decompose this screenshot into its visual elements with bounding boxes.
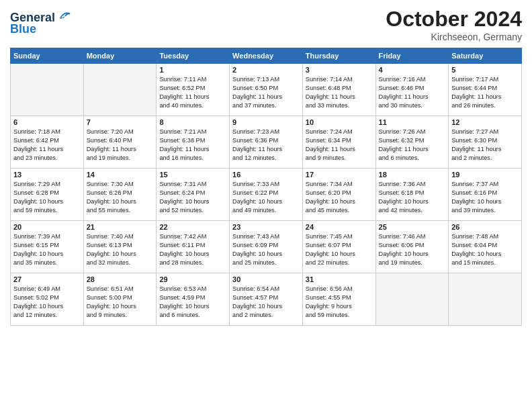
weekday-header-sunday: Sunday xyxy=(11,48,84,64)
calendar-cell: 22Sunrise: 7:42 AM Sunset: 6:11 PM Dayli… xyxy=(157,221,230,273)
day-number: 23 xyxy=(232,223,300,231)
day-number: 14 xyxy=(87,171,154,179)
week-row-2: 6Sunrise: 7:18 AM Sunset: 6:42 PM Daylig… xyxy=(11,116,522,169)
weekday-header-friday: Friday xyxy=(375,48,449,64)
day-info: Sunrise: 7:21 AM Sunset: 6:38 PM Dayligh… xyxy=(159,128,226,163)
day-info: Sunrise: 6:54 AM Sunset: 4:57 PM Dayligh… xyxy=(232,285,300,320)
day-info: Sunrise: 7:20 AM Sunset: 6:40 PM Dayligh… xyxy=(87,128,154,163)
calendar-cell: 3Sunrise: 7:14 AM Sunset: 6:48 PM Daylig… xyxy=(302,64,375,116)
weekday-header-thursday: Thursday xyxy=(302,48,375,64)
header: General Blue October 2024 Kirchseeon, Ge… xyxy=(10,7,522,42)
title-area: October 2024 Kirchseeon, Germany xyxy=(386,7,522,42)
day-info: Sunrise: 7:31 AM Sunset: 6:24 PM Dayligh… xyxy=(159,180,226,215)
calendar-cell xyxy=(449,273,522,326)
day-info: Sunrise: 6:56 AM Sunset: 4:55 PM Dayligh… xyxy=(306,285,373,320)
calendar-cell: 11Sunrise: 7:26 AM Sunset: 6:32 PM Dayli… xyxy=(375,116,449,169)
day-info: Sunrise: 7:43 AM Sunset: 6:09 PM Dayligh… xyxy=(232,232,300,267)
day-number: 7 xyxy=(87,118,154,126)
main-container: General Blue October 2024 Kirchseeon, Ge… xyxy=(0,0,532,332)
calendar-cell: 4Sunrise: 7:16 AM Sunset: 6:46 PM Daylig… xyxy=(375,64,449,116)
day-info: Sunrise: 7:36 AM Sunset: 6:18 PM Dayligh… xyxy=(379,180,446,215)
weekday-header-wednesday: Wednesday xyxy=(230,48,303,64)
week-row-3: 13Sunrise: 7:29 AM Sunset: 6:28 PM Dayli… xyxy=(11,169,522,221)
calendar-cell: 2Sunrise: 7:13 AM Sunset: 6:50 PM Daylig… xyxy=(230,64,303,116)
calendar-cell: 17Sunrise: 7:34 AM Sunset: 6:20 PM Dayli… xyxy=(302,169,375,221)
day-info: Sunrise: 7:17 AM Sunset: 6:44 PM Dayligh… xyxy=(451,75,519,110)
day-number: 24 xyxy=(306,223,373,231)
calendar-cell: 25Sunrise: 7:46 AM Sunset: 6:06 PM Dayli… xyxy=(375,221,449,273)
calendar-cell: 27Sunrise: 6:49 AM Sunset: 5:02 PM Dayli… xyxy=(11,273,84,326)
day-number: 21 xyxy=(87,223,154,231)
calendar-cell: 20Sunrise: 7:39 AM Sunset: 6:15 PM Dayli… xyxy=(11,221,84,273)
calendar-cell xyxy=(375,273,449,326)
day-info: Sunrise: 7:29 AM Sunset: 6:28 PM Dayligh… xyxy=(13,180,81,215)
calendar-cell: 18Sunrise: 7:36 AM Sunset: 6:18 PM Dayli… xyxy=(375,169,449,221)
day-number: 19 xyxy=(451,171,519,179)
calendar-cell: 6Sunrise: 7:18 AM Sunset: 6:42 PM Daylig… xyxy=(11,116,84,169)
week-row-1: 1Sunrise: 7:11 AM Sunset: 6:52 PM Daylig… xyxy=(11,64,522,116)
day-number: 28 xyxy=(87,275,154,283)
calendar-cell: 19Sunrise: 7:37 AM Sunset: 6:16 PM Dayli… xyxy=(449,169,522,221)
month-title: October 2024 xyxy=(386,7,522,32)
calendar-cell: 5Sunrise: 7:17 AM Sunset: 6:44 PM Daylig… xyxy=(449,64,522,116)
day-number: 30 xyxy=(232,275,300,283)
day-info: Sunrise: 7:34 AM Sunset: 6:20 PM Dayligh… xyxy=(306,180,373,215)
calendar-cell: 14Sunrise: 7:30 AM Sunset: 6:26 PM Dayli… xyxy=(83,169,157,221)
day-info: Sunrise: 7:11 AM Sunset: 6:52 PM Dayligh… xyxy=(159,75,226,110)
day-number: 9 xyxy=(232,118,300,126)
day-number: 10 xyxy=(306,118,373,126)
day-info: Sunrise: 7:14 AM Sunset: 6:48 PM Dayligh… xyxy=(306,75,373,110)
calendar-cell: 28Sunrise: 6:51 AM Sunset: 5:00 PM Dayli… xyxy=(83,273,157,326)
day-info: Sunrise: 7:45 AM Sunset: 6:07 PM Dayligh… xyxy=(306,232,373,267)
location: Kirchseeon, Germany xyxy=(386,32,522,42)
calendar-cell: 21Sunrise: 7:40 AM Sunset: 6:13 PM Dayli… xyxy=(83,221,157,273)
day-number: 4 xyxy=(379,66,446,74)
day-info: Sunrise: 7:16 AM Sunset: 6:46 PM Dayligh… xyxy=(379,75,446,110)
day-info: Sunrise: 7:39 AM Sunset: 6:15 PM Dayligh… xyxy=(13,232,81,267)
calendar-cell: 29Sunrise: 6:53 AM Sunset: 4:59 PM Dayli… xyxy=(157,273,230,326)
calendar-cell: 13Sunrise: 7:29 AM Sunset: 6:28 PM Dayli… xyxy=(11,169,84,221)
day-number: 18 xyxy=(379,171,446,179)
day-number: 22 xyxy=(159,223,226,231)
day-info: Sunrise: 7:24 AM Sunset: 6:34 PM Dayligh… xyxy=(306,128,373,163)
day-number: 25 xyxy=(379,223,446,231)
calendar-cell: 12Sunrise: 7:27 AM Sunset: 6:30 PM Dayli… xyxy=(449,116,522,169)
day-number: 13 xyxy=(13,171,81,179)
day-number: 27 xyxy=(13,275,81,283)
day-info: Sunrise: 7:23 AM Sunset: 6:36 PM Dayligh… xyxy=(232,128,300,163)
day-info: Sunrise: 7:37 AM Sunset: 6:16 PM Dayligh… xyxy=(451,180,519,215)
week-row-5: 27Sunrise: 6:49 AM Sunset: 5:02 PM Dayli… xyxy=(11,273,522,326)
calendar-cell xyxy=(11,64,84,116)
day-info: Sunrise: 7:13 AM Sunset: 6:50 PM Dayligh… xyxy=(232,75,300,110)
day-info: Sunrise: 7:27 AM Sunset: 6:30 PM Dayligh… xyxy=(451,128,519,163)
day-info: Sunrise: 7:46 AM Sunset: 6:06 PM Dayligh… xyxy=(379,232,446,267)
day-info: Sunrise: 6:49 AM Sunset: 5:02 PM Dayligh… xyxy=(13,285,81,320)
calendar-cell: 31Sunrise: 6:56 AM Sunset: 4:55 PM Dayli… xyxy=(302,273,375,326)
day-number: 26 xyxy=(451,223,519,231)
day-number: 12 xyxy=(451,118,519,126)
calendar-cell: 7Sunrise: 7:20 AM Sunset: 6:40 PM Daylig… xyxy=(83,116,157,169)
day-info: Sunrise: 6:53 AM Sunset: 4:59 PM Dayligh… xyxy=(159,285,226,320)
day-number: 17 xyxy=(306,171,373,179)
calendar-cell xyxy=(83,64,157,116)
day-number: 20 xyxy=(13,223,81,231)
calendar-cell: 30Sunrise: 6:54 AM Sunset: 4:57 PM Dayli… xyxy=(230,273,303,326)
logo: General Blue xyxy=(10,9,71,36)
calendar-cell: 8Sunrise: 7:21 AM Sunset: 6:38 PM Daylig… xyxy=(157,116,230,169)
weekday-header-saturday: Saturday xyxy=(449,48,522,64)
day-number: 6 xyxy=(13,118,81,126)
day-info: Sunrise: 7:40 AM Sunset: 6:13 PM Dayligh… xyxy=(87,232,154,267)
day-info: Sunrise: 7:18 AM Sunset: 6:42 PM Dayligh… xyxy=(13,128,81,163)
day-info: Sunrise: 7:26 AM Sunset: 6:32 PM Dayligh… xyxy=(379,128,446,163)
day-number: 1 xyxy=(159,66,226,74)
day-number: 3 xyxy=(306,66,373,74)
day-number: 11 xyxy=(379,118,446,126)
calendar-cell: 15Sunrise: 7:31 AM Sunset: 6:24 PM Dayli… xyxy=(157,169,230,221)
day-info: Sunrise: 6:51 AM Sunset: 5:00 PM Dayligh… xyxy=(87,285,154,320)
weekday-header-monday: Monday xyxy=(83,48,157,64)
calendar-cell: 1Sunrise: 7:11 AM Sunset: 6:52 PM Daylig… xyxy=(157,64,230,116)
week-row-4: 20Sunrise: 7:39 AM Sunset: 6:15 PM Dayli… xyxy=(11,221,522,273)
day-number: 15 xyxy=(159,171,226,179)
day-number: 16 xyxy=(232,171,300,179)
day-info: Sunrise: 7:30 AM Sunset: 6:26 PM Dayligh… xyxy=(87,180,154,215)
